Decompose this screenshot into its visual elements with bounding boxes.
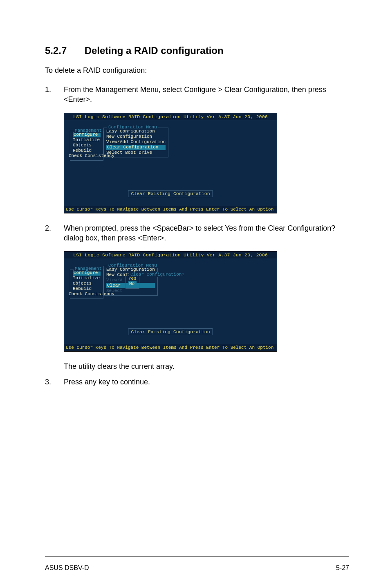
footer-right: 5-27: [336, 564, 349, 572]
section-number: 5.2.7: [45, 45, 82, 56]
footer-left: ASUS DSBV-D: [45, 564, 89, 572]
step-text: When prompted, press the <SpaceBar> to s…: [64, 223, 349, 243]
step-2: 2. When prompted, press the <SpaceBar> t…: [45, 223, 349, 245]
step-number: 2.: [45, 223, 64, 245]
bios-footer: Use Cursor Keys To Navigate Between Item…: [64, 206, 277, 213]
bios-footer: Use Cursor Keys To Navigate Between Item…: [64, 344, 277, 351]
step-number: 3.: [45, 377, 64, 388]
bios-title: LSI Logic Software RAID Configuration Ut…: [64, 113, 277, 120]
menu-item-check-consistency[interactable]: Check Consistency: [69, 292, 101, 297]
management-menu: Management Configure Initialize Objects …: [70, 269, 103, 299]
section-heading: 5.2.7 Deleting a RAID configuration: [45, 45, 349, 56]
configuration-menu: Configuration Menu Easy Configuration Ne…: [103, 128, 168, 157]
bios-status-bar: Clear Existing Configuration: [128, 190, 213, 197]
step-number-empty: [45, 361, 64, 373]
page-footer: ASUS DSBV-D 5-27: [45, 557, 349, 572]
intro-text: To delete a RAID configuration:: [45, 66, 349, 75]
step-body: From the Management Menu, select Configu…: [64, 85, 349, 106]
menu-item-view-add-config[interactable]: View/Add Configuration: [106, 139, 166, 145]
step-text: Press any key to continue.: [64, 377, 349, 387]
menu-item-select-trunc[interactable]: Select: [106, 288, 155, 294]
step-body: The utility clears the current array.: [64, 361, 349, 373]
bios-title: LSI Logic Software RAID Configuration Ut…: [64, 251, 277, 258]
step-1: 1. From the Management Menu, select Conf…: [45, 85, 349, 106]
management-menu: Management Configure Initialize Objects …: [70, 131, 103, 161]
document-page: 5.2.7 Deleting a RAID configuration To d…: [0, 0, 390, 588]
step-number: 1.: [45, 85, 64, 106]
menu-title: Configuration Menu: [107, 125, 158, 130]
bios-status-bar: Clear Existing Configuration: [128, 328, 213, 335]
bios-screenshot-2: LSI Logic Software RAID Configuration Ut…: [64, 251, 277, 352]
section-title-text: Deleting a RAID configuration: [85, 45, 224, 56]
step-body: Press any key to continue.: [64, 377, 349, 388]
menu-title: Management: [74, 266, 103, 272]
step-body: When prompted, press the <SpaceBar> to s…: [64, 223, 349, 245]
dialog-title: Clear Configuration?: [129, 272, 186, 277]
menu-item-objects[interactable]: Objects: [73, 143, 101, 148]
menu-item-rebuild[interactable]: Rebuild: [73, 286, 101, 292]
menu-title: Management: [74, 128, 103, 133]
step-text: The utility clears the current array.: [64, 361, 349, 371]
menu-item-objects[interactable]: Objects: [73, 281, 101, 286]
step-3: 3. Press any key to continue.: [45, 377, 349, 388]
menu-item-initialize[interactable]: Initialize: [73, 137, 101, 143]
menu-item-rebuild[interactable]: Rebuild: [73, 148, 101, 153]
bios-screenshot-1: LSI Logic Software RAID Configuration Ut…: [64, 113, 277, 213]
menu-item-new-config[interactable]: New Configuration: [106, 134, 166, 139]
menu-item-initialize[interactable]: Initialize: [73, 276, 101, 281]
menu-item-clear-config[interactable]: Clear Configuration: [106, 145, 166, 150]
clear-configuration-dialog: Clear Configuration? Yes No: [126, 275, 139, 289]
bios-body: Management Configure Initialize Objects …: [64, 120, 277, 206]
menu-title: Configuration Menu: [107, 263, 158, 268]
bios-body: Management Configure Initialize Objects …: [64, 258, 277, 344]
menu-item-select-boot[interactable]: Select Boot Drive: [106, 150, 166, 155]
menu-item-check-consistency[interactable]: Check Consistency: [69, 153, 101, 159]
step-2-note: The utility clears the current array.: [45, 361, 349, 373]
dialog-option-no[interactable]: No: [128, 281, 137, 287]
step-text: From the Management Menu, select Configu…: [64, 85, 349, 105]
